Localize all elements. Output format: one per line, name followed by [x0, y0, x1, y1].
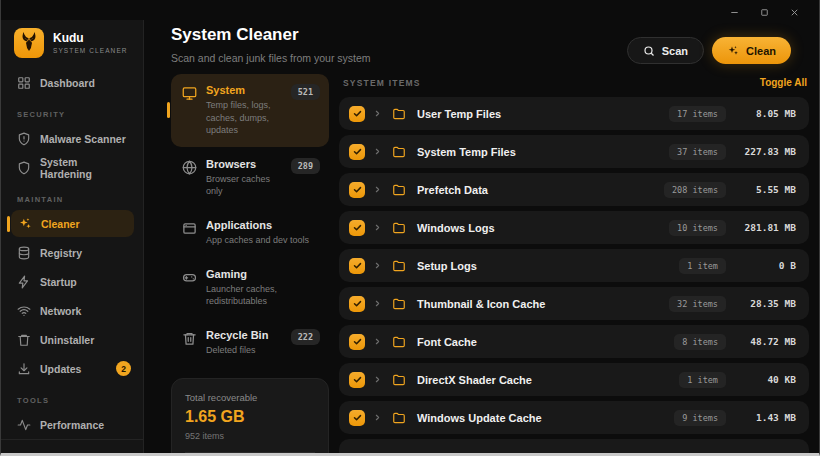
sidebar-item-registry[interactable]: Registry	[1, 239, 143, 266]
sidebar-item-label: System Hardening	[40, 156, 131, 180]
sidebar-item-label: Startup	[40, 276, 77, 288]
minimize-icon	[729, 7, 740, 18]
close-icon	[789, 7, 800, 18]
sidebar-item-updates[interactable]: Updates2	[1, 355, 143, 382]
category-card-gaming[interactable]: GamingLauncher caches, redistributables	[171, 258, 329, 318]
sidebar-item-system-hardening[interactable]: System Hardening	[1, 154, 143, 181]
kudu-logo-icon	[18, 32, 40, 54]
wifi-icon	[17, 304, 31, 318]
scan-button[interactable]: Scan	[627, 37, 704, 64]
brand-name: Kudu	[53, 32, 128, 45]
item-checkbox[interactable]	[349, 220, 365, 236]
file-row-prefetch-data[interactable]: Prefetch Data208 items5.55 MB	[339, 173, 809, 206]
items-header: SYSTEM ITEMS Toggle All	[343, 77, 807, 88]
file-row-windows-logs[interactable]: Windows Logs10 items281.81 MB	[339, 211, 809, 244]
check-icon	[353, 337, 362, 346]
app-window: Kudu SYSTEM CLEANER DashboardSECURITYMal…	[0, 0, 820, 456]
category-count-badge: 222	[291, 329, 320, 345]
sidebar-item-startup[interactable]: Startup	[1, 268, 143, 295]
category-card-recycle-bin[interactable]: Recycle BinDeleted files222	[171, 319, 329, 367]
item-checkbox[interactable]	[349, 372, 365, 388]
sidebar-item-network[interactable]: Network	[1, 297, 143, 324]
file-name: DirectX Shader Cache	[417, 374, 532, 386]
file-row-windows-update-cache[interactable]: Windows Update Cache9 items1.43 MB	[339, 401, 809, 434]
file-row-font-cache[interactable]: Font Cache8 items48.72 MB	[339, 325, 809, 358]
category-panel: SystemTemp files, logs, caches, dumps, u…	[171, 74, 329, 453]
item-checkbox[interactable]	[349, 106, 365, 122]
file-row-system-temp-files[interactable]: System Temp Files37 items227.83 MB	[339, 135, 809, 168]
folder-icon	[392, 373, 406, 387]
file-count-badge: 9 items	[674, 410, 726, 426]
sidebar-footer: Settings	[1, 439, 143, 456]
chevron-right-icon	[373, 261, 382, 270]
chevron-right-icon	[373, 185, 382, 194]
header-actions: Scan Clean	[627, 37, 791, 64]
file-row-thumbnail-icon-cache[interactable]: Thumbnail & Icon Cache32 items28.35 MB	[339, 287, 809, 320]
file-row-user-temp-files[interactable]: User Temp Files17 items8.05 MB	[339, 97, 809, 130]
chevron-right-icon	[373, 223, 382, 232]
folder-icon	[392, 145, 406, 159]
minimize-button[interactable]	[719, 4, 749, 20]
page-subtitle: Scan and clean junk files from your syst…	[171, 52, 371, 64]
item-checkbox[interactable]	[349, 334, 365, 350]
sidebar-item-cleaner[interactable]: Cleaner	[11, 210, 134, 237]
file-name: System Temp Files	[417, 146, 516, 158]
category-card-system[interactable]: SystemTemp files, logs, caches, dumps, u…	[171, 74, 329, 147]
file-size: 40 KB	[734, 374, 796, 385]
file-count-badge: 8 items	[674, 334, 726, 350]
items-heading: SYSTEM ITEMS	[343, 78, 421, 88]
brand: Kudu SYSTEM CLEANER	[1, 20, 143, 66]
sidebar-item-uninstaller[interactable]: Uninstaller	[1, 326, 143, 353]
check-icon	[353, 299, 362, 308]
toggle-all-button[interactable]: Toggle All	[760, 77, 807, 88]
category-card-browsers[interactable]: BrowsersBrowser caches only289	[171, 148, 329, 208]
sidebar-item-settings[interactable]: Settings	[1, 449, 143, 456]
items-panel: SYSTEM ITEMS Toggle All User Temp Files1…	[339, 74, 809, 453]
file-row-setup-logs[interactable]: Setup Logs1 item0 B	[339, 249, 809, 282]
file-name: Font Cache	[417, 336, 477, 348]
sidebar-item-label: Performance	[40, 419, 104, 431]
sidebar-item-label: Cleaner	[41, 218, 80, 230]
category-card-applications[interactable]: ApplicationsApp caches and dev tools	[171, 209, 329, 257]
file-count-badge: 1 item	[679, 258, 726, 274]
category-text: SystemTemp files, logs, caches, dumps, u…	[206, 84, 282, 137]
item-checkbox[interactable]	[349, 258, 365, 274]
check-icon	[353, 261, 362, 270]
category-count-badge: 521	[291, 84, 320, 100]
brand-tagline: SYSTEM CLEANER	[53, 47, 128, 54]
page-title: System Cleaner	[171, 25, 371, 45]
item-checkbox[interactable]	[349, 410, 365, 426]
folder-icon	[392, 221, 406, 235]
category-description: Deleted files	[206, 344, 268, 357]
maximize-button[interactable]	[749, 4, 779, 20]
file-size: 48.72 MB	[734, 336, 796, 347]
titlebar	[1, 0, 819, 20]
item-checkbox[interactable]	[349, 296, 365, 312]
folder-icon	[392, 107, 406, 121]
active-indicator	[7, 216, 10, 232]
sidebar-item-label: Dashboard	[40, 77, 95, 89]
monitor-icon	[182, 86, 197, 101]
file-row-directx-shader-cache[interactable]: DirectX Shader Cache1 item40 KB	[339, 363, 809, 396]
file-size: 1.43 MB	[734, 412, 796, 423]
sidebar-item-performance[interactable]: Performance	[1, 411, 143, 438]
clean-button[interactable]: Clean	[712, 37, 791, 64]
category-count-badge: 289	[291, 158, 320, 174]
check-icon	[353, 109, 362, 118]
category-text: ApplicationsApp caches and dev tools	[206, 219, 309, 247]
chevron-right-icon	[373, 337, 382, 346]
search-icon	[643, 45, 655, 57]
folder-icon	[392, 183, 406, 197]
sidebar-nav: DashboardSECURITYMalware ScannerSystem H…	[1, 66, 143, 439]
app-window-icon	[182, 221, 197, 236]
file-row[interactable]	[339, 439, 809, 453]
page-header: System Cleaner Scan and clean junk files…	[171, 22, 809, 64]
item-checkbox[interactable]	[349, 182, 365, 198]
close-button[interactable]	[779, 4, 809, 20]
sidebar-item-malware-scanner[interactable]: Malware Scanner	[1, 125, 143, 152]
globe-icon	[182, 160, 197, 175]
item-checkbox[interactable]	[349, 144, 365, 160]
sidebar-section-label-tools: TOOLS	[1, 383, 143, 410]
file-size: 227.83 MB	[734, 146, 796, 157]
sidebar-item-dashboard[interactable]: Dashboard	[1, 69, 143, 96]
